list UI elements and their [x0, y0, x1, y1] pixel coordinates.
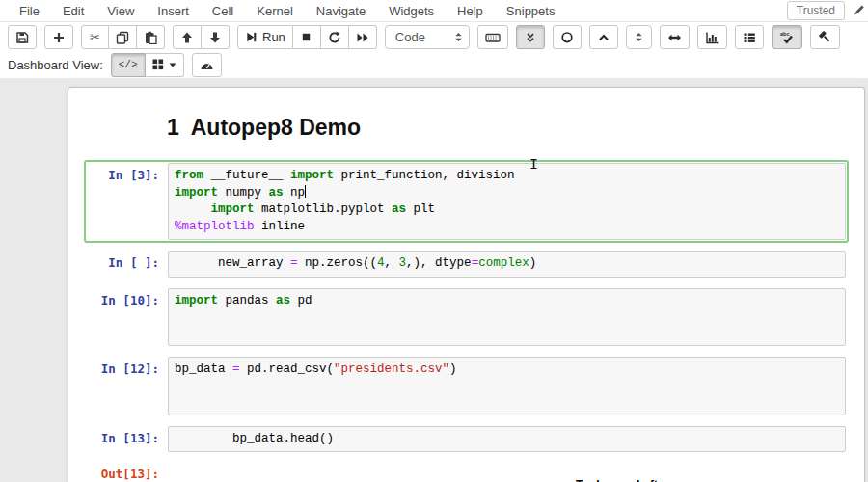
- menu-item-view[interactable]: View: [95, 2, 146, 20]
- move-cell-up-button[interactable]: [173, 25, 202, 49]
- dashboard-view-bar: Dashboard View: </>: [0, 52, 868, 79]
- code-cell[interactable]: In [13]: bp_data.head(): [84, 423, 849, 456]
- cell-input-prompt: In [13]:: [87, 426, 168, 453]
- notebook-page: 1 Autopep8 Demo In [3]:from __future__ i…: [0, 78, 868, 482]
- bar-chart-icon: [705, 31, 719, 44]
- code-cell[interactable]: In [3]:from __future__ import print_func…: [84, 160, 849, 243]
- collapse-header-button[interactable]: [589, 25, 618, 49]
- spellcheck-icon: abc: [779, 30, 795, 44]
- cell-width-button[interactable]: [660, 25, 690, 49]
- menu-item-insert[interactable]: Insert: [146, 2, 201, 20]
- scissors-icon: ✂: [90, 30, 100, 44]
- autopep8-button[interactable]: [810, 25, 840, 49]
- trusted-button[interactable]: Trusted: [787, 1, 845, 20]
- menu-item-help[interactable]: Help: [446, 2, 495, 20]
- arrow-up-icon: [180, 31, 194, 44]
- gauge-icon: [200, 59, 214, 71]
- grid-icon: [152, 59, 164, 70]
- notebook-heading: 1 Autopep8 Demo: [167, 115, 849, 141]
- spellcheck-button[interactable]: abc: [772, 25, 802, 49]
- step-forward-icon: [245, 31, 258, 43]
- arrows-horizontal-icon: [667, 31, 682, 44]
- menu-item-snippets[interactable]: Snippets: [495, 2, 567, 20]
- gist-it-button[interactable]: [553, 25, 582, 49]
- cell-input-prompt: In [3]:: [87, 163, 168, 240]
- cell-list: In [3]:from __future__ import print_func…: [84, 160, 849, 455]
- grid-view-button[interactable]: [146, 53, 184, 77]
- notebook-toolbar: ✂ Run: [0, 22, 868, 52]
- copy-cell-button[interactable]: [109, 25, 137, 49]
- code-cell[interactable]: In [12]:bp_data = pd.read_csv("president…: [84, 354, 849, 418]
- stepper-icon: [454, 31, 463, 43]
- dataframe-output: PresidencyPresidentWikipedia EntryTook o…: [168, 464, 861, 482]
- cell-editor[interactable]: from __future__ import print_function, d…: [168, 163, 846, 240]
- list-icon: [743, 31, 756, 44]
- code-cell[interactable]: In [ ]: new_array = np.zeros((4, 3,), dt…: [84, 248, 849, 281]
- cell-input-prompt: In [12]:: [87, 357, 168, 415]
- keyboard-icon: [485, 31, 501, 44]
- restart-run-all-button[interactable]: [349, 25, 377, 49]
- copy-icon: [116, 31, 129, 44]
- command-palette-button[interactable]: [477, 25, 508, 49]
- run-label: Run: [262, 30, 285, 44]
- cell-editor[interactable]: new_array = np.zeros((4, 3,), dtype=comp…: [168, 251, 846, 278]
- stepper-icon: [635, 31, 643, 43]
- cell-input-prompt: In [ ]:: [87, 251, 168, 278]
- menu-item-widgets[interactable]: Widgets: [377, 2, 446, 20]
- extension-select[interactable]: [626, 25, 652, 49]
- github-icon: [560, 31, 574, 44]
- save-button[interactable]: [8, 25, 37, 49]
- chart-button[interactable]: [697, 25, 727, 49]
- stop-icon: [300, 31, 312, 43]
- notebook-header: FileEditViewInsertCellKernelNavigateWidg…: [0, 0, 868, 80]
- fast-forward-icon: [356, 31, 369, 44]
- cell-input-prompt: In [10]:: [87, 288, 168, 347]
- menu-item-navigate[interactable]: Navigate: [305, 2, 377, 20]
- chevron-up-icon: [597, 31, 610, 44]
- notebook-container: 1 Autopep8 Demo In [3]:from __future__ i…: [68, 87, 865, 482]
- cell-type-value: Code: [395, 30, 439, 44]
- cell-editor[interactable]: bp_data = pd.read_csv("presidents.csv"): [168, 357, 846, 415]
- menu-items: FileEditViewInsertCellKernelNavigateWidg…: [8, 2, 566, 20]
- hide-input-button[interactable]: [516, 25, 545, 49]
- menu-item-file[interactable]: File: [8, 2, 51, 20]
- double-chevron-down-icon: [524, 31, 537, 44]
- edit-pencil-icon[interactable]: [852, 4, 865, 17]
- output-row: Out[13]: PresidencyPresidentWikipedia En…: [84, 464, 849, 482]
- gavel-icon: [818, 30, 832, 44]
- move-cell-down-button[interactable]: [202, 25, 230, 49]
- dashboard-preview-button[interactable]: [192, 53, 222, 77]
- code-view-button[interactable]: </>: [111, 53, 146, 77]
- save-icon: [15, 31, 29, 44]
- caret-down-icon: [169, 61, 176, 68]
- svg-text:abc: abc: [780, 31, 789, 37]
- menubar-right: Trusted: [787, 1, 860, 20]
- stop-button[interactable]: [293, 25, 321, 49]
- add-cell-button[interactable]: [44, 25, 73, 49]
- arrow-down-icon: [208, 31, 222, 44]
- cell-editor[interactable]: bp_data.head(): [168, 426, 846, 453]
- menu-item-kernel[interactable]: Kernel: [245, 2, 305, 20]
- menu-item-cell[interactable]: Cell: [201, 2, 245, 20]
- code-view-icon: </>: [119, 59, 138, 70]
- menu-bar: FileEditViewInsertCellKernelNavigateWidg…: [0, 0, 868, 22]
- run-button[interactable]: Run: [237, 25, 293, 49]
- jupyter-notebook-app: FileEditViewInsertCellKernelNavigateWidg…: [0, 0, 868, 482]
- text-caret: [305, 185, 306, 198]
- restart-kernel-button[interactable]: [321, 25, 349, 49]
- plus-icon: [52, 31, 66, 44]
- code-cell[interactable]: In [10]:import pandas as pd: [84, 285, 849, 350]
- cell-type-select[interactable]: Code: [385, 25, 470, 49]
- output-prompt: Out[13]:: [87, 464, 168, 482]
- dashboard-view-label: Dashboard View:: [8, 58, 103, 72]
- restart-icon: [328, 31, 341, 44]
- cut-cell-button[interactable]: ✂: [81, 25, 109, 49]
- cell-editor[interactable]: import pandas as pd: [168, 288, 846, 347]
- paste-cell-button[interactable]: [137, 25, 165, 49]
- menu-item-edit[interactable]: Edit: [51, 2, 95, 20]
- table-of-contents-button[interactable]: [735, 25, 764, 49]
- paste-icon: [144, 31, 157, 44]
